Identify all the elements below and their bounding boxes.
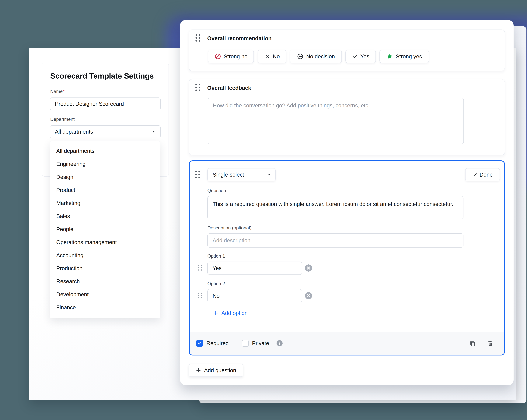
question-label: Question (207, 188, 226, 193)
circle-x-icon[interactable] (305, 265, 312, 272)
add-option-button[interactable]: Add option (213, 309, 248, 317)
question-footer: Required Private (190, 332, 504, 355)
option-2-label: Option 2 (207, 281, 225, 286)
department-option[interactable]: People (50, 223, 160, 236)
x-icon (264, 53, 270, 59)
circle-x-icon[interactable] (305, 292, 312, 299)
chevron-down-icon (152, 130, 156, 134)
check-icon (472, 172, 478, 177)
department-option[interactable]: Marketing (50, 197, 160, 210)
yes-button[interactable]: Yes (345, 50, 376, 63)
drag-handle-icon[interactable] (196, 84, 200, 91)
department-option[interactable]: Research (50, 275, 160, 288)
department-option[interactable]: Design (50, 171, 160, 184)
private-checkbox-label: Private (252, 340, 269, 346)
department-select[interactable]: All departments (50, 125, 161, 138)
drag-handle-icon[interactable] (195, 171, 200, 178)
drag-handle-icon[interactable] (198, 293, 202, 298)
copy-icon[interactable] (469, 340, 476, 347)
department-field-label: Department (50, 117, 75, 122)
scorecard-template-editor: Scorecard Template Settings Name* Produc… (0, 0, 527, 420)
question-type-select[interactable]: Single-select (207, 168, 275, 181)
department-option[interactable]: Accounting (50, 249, 160, 262)
drag-handle-icon[interactable] (198, 265, 202, 271)
question-input[interactable]: This is a required question with single … (207, 196, 463, 219)
chevron-down-icon (267, 173, 271, 177)
option-2-input[interactable]: No (207, 289, 302, 302)
option-1-input[interactable]: Yes (207, 262, 302, 275)
info-icon[interactable] (276, 340, 283, 347)
no-button[interactable]: No (258, 50, 286, 63)
overall-feedback-section: Overall feedback How did the conversatio… (189, 79, 505, 155)
done-button[interactable]: Done (465, 168, 500, 181)
department-option[interactable]: Operations management (50, 236, 160, 249)
no-decision-button[interactable]: No decision (290, 50, 342, 63)
department-option[interactable]: Engineering (50, 157, 160, 171)
minus-circle-icon (297, 53, 304, 60)
required-checkbox[interactable] (196, 340, 203, 347)
name-input[interactable]: Product Designer Scorecard (50, 98, 161, 110)
department-option[interactable]: Product (50, 184, 160, 197)
department-option[interactable]: All departments (50, 144, 160, 157)
feedback-textarea[interactable]: How did the conversation go? Add positiv… (208, 98, 464, 144)
name-field-label: Name* (50, 89, 65, 94)
section-title: Overall recommendation (207, 35, 272, 42)
private-checkbox[interactable] (242, 340, 249, 347)
description-input[interactable]: Add description (207, 233, 463, 248)
check-icon (352, 53, 358, 59)
ban-icon (214, 53, 221, 60)
department-option[interactable]: Development (50, 288, 160, 301)
department-option[interactable]: Finance (50, 301, 160, 314)
overall-recommendation-section: Overall recommendation Strong no No No d… (189, 30, 505, 71)
required-asterisk: * (63, 89, 65, 94)
description-label: Description (optional) (207, 225, 252, 231)
check-icon (197, 341, 202, 346)
section-title: Overall feedback (207, 85, 251, 91)
strong-yes-button[interactable]: Strong yes (379, 50, 429, 63)
template-questions-card: Overall recommendation Strong no No No d… (180, 20, 514, 385)
plus-icon (213, 310, 219, 316)
department-option[interactable]: Sales (50, 210, 160, 223)
page-title: Scorecard Template Settings (50, 71, 154, 80)
drag-handle-icon[interactable] (196, 34, 200, 42)
add-question-button[interactable]: Add question (188, 364, 243, 377)
department-dropdown-menu: All departments Engineering Design Produ… (50, 141, 160, 318)
star-icon (386, 53, 393, 60)
plus-icon (196, 367, 201, 373)
question-editor-card: Single-select Done Question This is a re… (189, 160, 505, 355)
trash-icon[interactable] (487, 340, 494, 347)
option-1-label: Option 1 (207, 253, 225, 259)
department-option[interactable]: Production (50, 262, 160, 275)
strong-no-button[interactable]: Strong no (208, 50, 254, 63)
required-checkbox-label: Required (206, 340, 229, 346)
